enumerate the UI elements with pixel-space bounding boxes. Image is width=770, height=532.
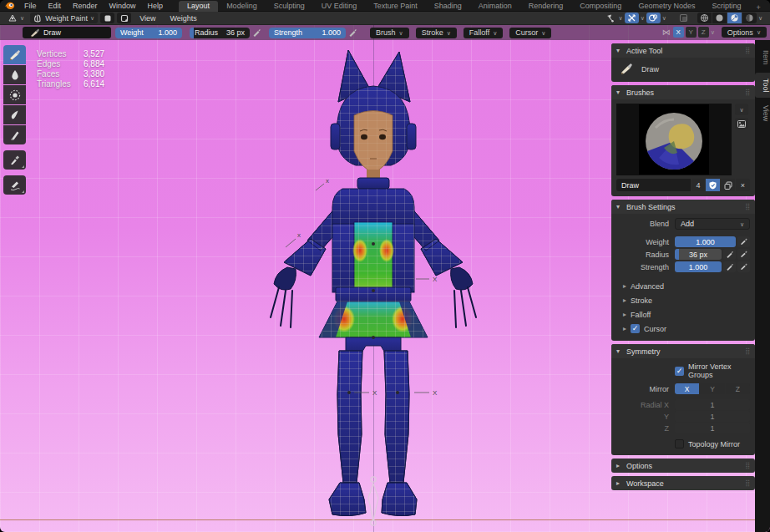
mode-selector[interactable]: Weight Paint ∨: [30, 13, 98, 23]
cursor-dropdown[interactable]: Cursor∨: [509, 28, 551, 38]
tab-animation[interactable]: Animation: [470, 1, 520, 12]
unlink-brush-button[interactable]: ×: [736, 179, 750, 191]
tool-gradient[interactable]: [3, 125, 26, 144]
sidebar-tab-item[interactable]: Item: [755, 44, 770, 71]
tab-modeling[interactable]: Modeling: [218, 1, 266, 12]
fake-user-button[interactable]: [706, 179, 720, 191]
radial-y-field[interactable]: 1: [675, 411, 750, 422]
panel-grip-icon[interactable]: ⣿: [745, 203, 750, 210]
tool-draw-brush[interactable]: [3, 45, 26, 64]
panel-grip-icon[interactable]: ⣿: [745, 462, 750, 469]
mirror-x-button[interactable]: X: [675, 383, 699, 394]
rendered-shading-button[interactable]: [742, 13, 757, 23]
tool-blur-brush[interactable]: [3, 65, 26, 84]
radius-pressure-button[interactable]: [723, 249, 736, 260]
radial-x-field[interactable]: 1: [675, 399, 750, 410]
snap-button[interactable]: [625, 13, 639, 23]
chevron-down-icon[interactable]: ∨: [619, 15, 623, 21]
cursor-checkbox[interactable]: ✓: [631, 324, 640, 333]
mirror-x-button[interactable]: X: [673, 27, 684, 38]
overlays-button[interactable]: [646, 13, 661, 23]
face-mask-toggle[interactable]: [117, 13, 131, 23]
menu-weights[interactable]: Weights: [164, 14, 202, 23]
options-panel-header[interactable]: ▸ Options ⣿: [611, 459, 755, 473]
chevron-down-icon[interactable]: ∨: [711, 29, 715, 35]
tool-annotate[interactable]: [3, 175, 26, 195]
panel-grip-icon[interactable]: ⣿: [745, 47, 750, 54]
mirror-vertex-groups-checkbox[interactable]: ✓: [675, 367, 684, 376]
menu-view[interactable]: View: [134, 14, 161, 23]
workspace-panel-header[interactable]: ▸ Workspace ⣿: [611, 476, 755, 490]
brush-image-button[interactable]: [735, 118, 748, 129]
strength-slider[interactable]: Strength 1.000: [269, 28, 346, 38]
symmetry-panel-header[interactable]: ▾ Symmetry ⣿: [611, 344, 755, 358]
menu-edit[interactable]: Edit: [43, 0, 68, 12]
advanced-subpanel[interactable]: ▸Advanced: [616, 279, 750, 293]
menu-file[interactable]: File: [18, 0, 43, 12]
topology-mirror-checkbox[interactable]: [675, 439, 684, 448]
weight-slider[interactable]: 1.000: [675, 236, 736, 247]
radial-z-field[interactable]: 1: [675, 423, 750, 433]
menu-help[interactable]: Help: [142, 0, 170, 12]
sidebar-tab-view[interactable]: View: [755, 99, 770, 127]
weight-slider[interactable]: Weight 1.000: [115, 28, 182, 38]
solid-shading-button[interactable]: [712, 13, 727, 23]
tab-scripting[interactable]: Scripting: [703, 1, 749, 12]
radius-slider[interactable]: 36 px: [675, 249, 722, 260]
falloff-dropdown[interactable]: Falloff∨: [464, 28, 503, 38]
panel-grip-icon[interactable]: ⣿: [745, 347, 750, 355]
brush-influence-button[interactable]: [737, 261, 750, 272]
pivot-point-button[interactable]: [603, 13, 617, 23]
tab-layout[interactable]: Layout: [179, 1, 218, 12]
wireframe-shading-button[interactable]: [697, 13, 712, 23]
3d-viewport[interactable]: X X X x x Draw Weight 1.000 Radius 36 px: [0, 25, 770, 532]
radius-pressure-button[interactable]: [250, 28, 262, 38]
strength-slider[interactable]: 1.000: [675, 261, 722, 272]
stroke-subpanel[interactable]: ▸Stroke: [616, 293, 750, 307]
tab-texture-paint[interactable]: Texture Paint: [365, 1, 426, 12]
mirror-z-button[interactable]: Z: [726, 383, 750, 394]
cursor-subpanel[interactable]: ▸✓Cursor: [616, 322, 750, 336]
brush-influence-button[interactable]: [737, 249, 750, 260]
tool-smear-brush[interactable]: [3, 105, 26, 124]
strength-pressure-button[interactable]: [346, 28, 358, 38]
blend-dropdown[interactable]: Add∨: [675, 218, 750, 230]
panel-grip-icon[interactable]: ⣿: [745, 89, 750, 96]
strength-pressure-button[interactable]: [723, 261, 736, 272]
xray-toggle-button[interactable]: [676, 13, 691, 23]
duplicate-brush-button[interactable]: [721, 179, 735, 191]
tab-uv-editing[interactable]: UV Editing: [313, 1, 366, 12]
tool-average-brush[interactable]: [3, 85, 26, 104]
vertex-mask-toggle[interactable]: [100, 13, 114, 23]
brush-preview[interactable]: [616, 104, 732, 175]
brush-select-dropdown-button[interactable]: ∨: [735, 104, 748, 115]
chevron-down-icon[interactable]: ∨: [662, 15, 666, 21]
brush-settings-panel-header[interactable]: ▾ Brush Settings ⣿: [611, 200, 755, 214]
material-shading-button[interactable]: [727, 13, 742, 23]
brush-influence-button[interactable]: [737, 236, 750, 247]
radius-slider[interactable]: Radius 36 px: [190, 28, 250, 38]
active-tool-panel-header[interactable]: ▾ Active Tool ⣿: [611, 43, 755, 58]
brush-dropdown[interactable]: Brush∨: [370, 28, 409, 38]
menu-render[interactable]: Render: [67, 0, 104, 12]
menu-window[interactable]: Window: [104, 0, 142, 12]
chevron-down-icon[interactable]: ∨: [758, 15, 762, 21]
chevron-down-icon[interactable]: ∨: [641, 15, 645, 21]
tool-sample-weight[interactable]: [3, 150, 26, 170]
tab-compositing[interactable]: Compositing: [571, 1, 630, 12]
brushes-panel-header[interactable]: ▾ Brushes ⣿: [611, 85, 755, 99]
sidebar-tab-tool[interactable]: Tool: [755, 73, 770, 99]
tab-shading[interactable]: Shading: [426, 1, 470, 12]
brush-name-field[interactable]: Draw: [616, 179, 691, 191]
brush-users-count-button[interactable]: 4: [691, 179, 705, 191]
add-workspace-button[interactable]: +: [749, 3, 767, 12]
mirror-z-button[interactable]: Z: [698, 27, 709, 38]
panel-grip-icon[interactable]: ⣿: [745, 479, 750, 487]
tab-geometry-nodes[interactable]: Geometry Nodes: [630, 1, 703, 12]
mirror-y-button[interactable]: Y: [686, 27, 697, 38]
options-dropdown[interactable]: Options∨: [722, 27, 767, 38]
active-tool-button[interactable]: Draw: [23, 27, 111, 38]
editor-type-button[interactable]: ∨: [4, 13, 28, 23]
tab-rendering[interactable]: Rendering: [520, 1, 572, 12]
falloff-subpanel[interactable]: ▸Falloff: [616, 307, 750, 322]
